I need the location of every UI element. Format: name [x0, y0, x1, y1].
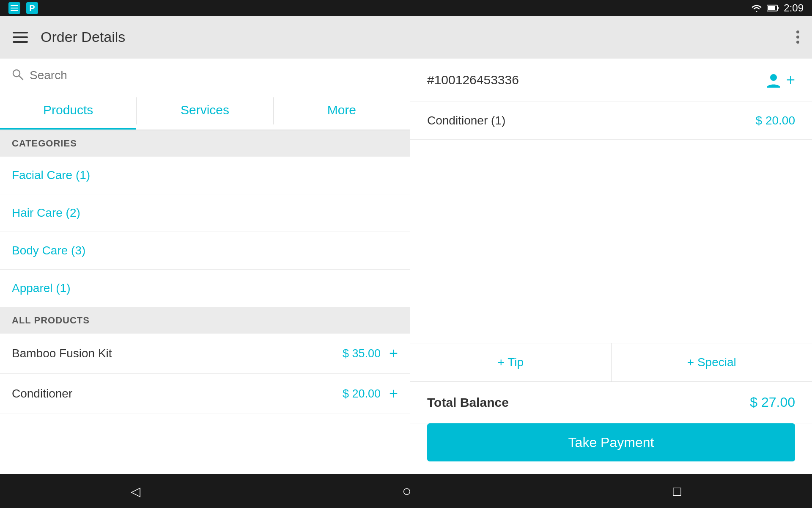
home-button[interactable]: ○ — [402, 482, 411, 500]
recents-button[interactable]: □ — [673, 483, 681, 499]
svg-line-7 — [19, 76, 23, 80]
toolbar: Order Details — [0, 16, 812, 58]
nav-bar: ◁ ○ □ — [0, 474, 812, 508]
product-name: Conditioner — [12, 387, 72, 400]
special-button[interactable]: + Special — [612, 343, 812, 381]
status-bar-left: P — [8, 2, 38, 14]
total-label: Total Balance — [427, 395, 509, 410]
back-button[interactable]: ◁ — [131, 484, 140, 499]
product-name: Bamboo Fusion Kit — [12, 347, 112, 360]
product-bamboo-fusion-kit[interactable]: Bamboo Fusion Kit $ 35.00 + — [0, 334, 410, 374]
svg-rect-4 — [768, 6, 775, 10]
order-item-name: Conditioner (1) — [427, 114, 505, 127]
order-item: Conditioner (1) $ 20.00 — [410, 102, 812, 140]
app-letter-icon: P — [26, 2, 38, 14]
search-icon — [12, 69, 24, 82]
order-items: Conditioner (1) $ 20.00 — [410, 102, 812, 343]
category-hair-care[interactable]: Hair Care (2) — [0, 194, 410, 232]
tab-more[interactable]: More — [274, 92, 410, 130]
tabs: Products Services More — [0, 92, 410, 130]
all-products-header: ALL PRODUCTS — [0, 307, 410, 334]
hamburger-button[interactable] — [13, 32, 28, 43]
take-payment-button[interactable]: Take Payment — [427, 423, 795, 461]
svg-rect-5 — [777, 7, 779, 9]
right-panel: #100126453336 + Conditioner (1) $ 20.00 … — [410, 58, 812, 474]
main-content: Products Services More CATEGORIES Facial… — [0, 58, 812, 474]
total-amount: $ 27.00 — [750, 395, 795, 410]
order-item-price: $ 20.00 — [756, 114, 795, 127]
product-price: $ 35.00 — [343, 347, 381, 360]
product-price: $ 20.00 — [343, 387, 381, 400]
tab-products[interactable]: Products — [0, 92, 136, 130]
svg-point-8 — [770, 74, 777, 81]
status-bar-right: 2:09 — [751, 2, 804, 14]
add-customer-plus-icon: + — [786, 71, 795, 89]
search-bar — [0, 58, 410, 92]
more-options-button[interactable] — [796, 30, 799, 44]
status-bar: P 2:09 — [0, 0, 812, 16]
product-conditioner[interactable]: Conditioner $ 20.00 + — [0, 374, 410, 414]
notification-icon — [8, 2, 20, 14]
status-time: 2:09 — [784, 2, 804, 14]
svg-rect-0 — [11, 5, 18, 6]
add-product-button[interactable]: + — [389, 345, 398, 362]
add-customer-button[interactable]: + — [765, 71, 795, 89]
category-apparel[interactable]: Apparel (1) — [0, 270, 410, 307]
wifi-icon — [751, 3, 763, 13]
search-input[interactable] — [30, 69, 398, 82]
action-buttons: + Tip + Special — [410, 343, 812, 382]
add-product-button[interactable]: + — [389, 385, 398, 403]
page-title: Order Details — [41, 29, 125, 45]
customer-icon — [765, 72, 782, 88]
left-panel: Products Services More CATEGORIES Facial… — [0, 58, 410, 474]
battery-icon — [767, 4, 779, 12]
category-facial-care[interactable]: Facial Care (1) — [0, 157, 410, 194]
categories-header: CATEGORIES — [0, 130, 410, 157]
tip-button[interactable]: + Tip — [410, 343, 612, 381]
order-number: #100126453336 — [427, 73, 519, 87]
svg-rect-2 — [11, 10, 18, 11]
tab-services[interactable]: Services — [137, 92, 273, 130]
order-header: #100126453336 + — [410, 58, 812, 102]
category-body-care[interactable]: Body Care (3) — [0, 232, 410, 270]
svg-rect-1 — [11, 8, 18, 8]
total-row: Total Balance $ 27.00 — [410, 382, 812, 423]
